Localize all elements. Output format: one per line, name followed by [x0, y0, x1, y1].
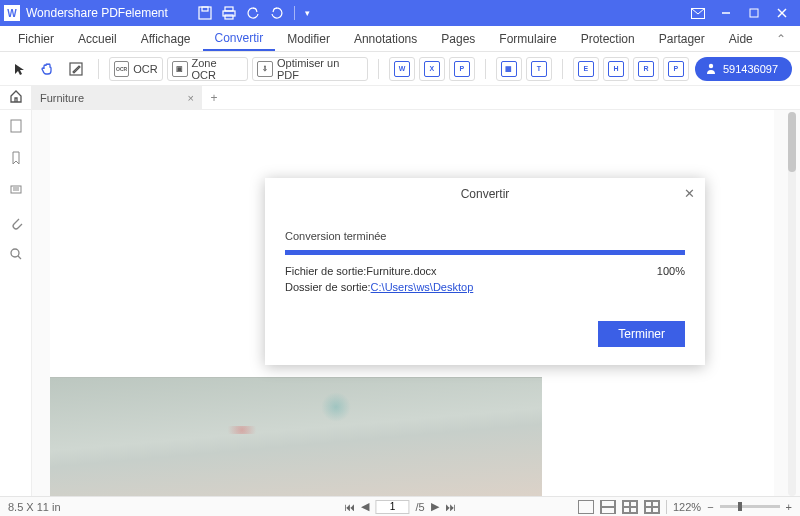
menu-fichier[interactable]: Fichier: [6, 28, 66, 50]
first-page-icon[interactable]: ⏮: [344, 501, 355, 513]
app-title: Wondershare PDFelement: [26, 6, 168, 20]
main-area: Furniture × + Convertir ✕ Conversion ter…: [32, 86, 800, 496]
convert-excel-button[interactable]: X: [419, 57, 445, 81]
undo-icon[interactable]: [246, 6, 260, 20]
svg-rect-2: [225, 7, 233, 11]
page-canvas[interactable]: Convertir ✕ Conversion terminée Fichier …: [50, 110, 774, 496]
maximize-button[interactable]: [740, 3, 768, 23]
bookmarks-icon[interactable]: [0, 142, 31, 174]
convert-rtf-button[interactable]: R: [633, 57, 659, 81]
dialog-close-button[interactable]: ✕: [684, 186, 695, 201]
ocr-label: OCR: [133, 63, 157, 75]
menu-affichage[interactable]: Affichage: [129, 28, 203, 50]
close-button[interactable]: [768, 3, 796, 23]
view-grid-icon[interactable]: [644, 500, 660, 514]
zoom-slider[interactable]: [720, 505, 780, 508]
menubar: Fichier Accueil Affichage Convertir Modi…: [0, 26, 800, 52]
svg-rect-1: [202, 7, 208, 11]
minimize-button[interactable]: [712, 3, 740, 23]
svg-line-17: [18, 256, 21, 259]
view-single-icon[interactable]: [578, 500, 594, 514]
menu-pages[interactable]: Pages: [429, 28, 487, 50]
zone-ocr-button[interactable]: ▣Zone OCR: [167, 57, 248, 81]
qat-dropdown-icon[interactable]: ▾: [305, 8, 310, 18]
left-rail: [0, 86, 32, 496]
menu-formulaire[interactable]: Formulaire: [487, 28, 568, 50]
page-number-input[interactable]: [375, 500, 409, 514]
view-two-page-icon[interactable]: [622, 500, 638, 514]
page-navigator: ⏮ ◀ /5 ▶ ⏭: [344, 500, 455, 514]
zoom-value: 122%: [673, 501, 701, 513]
view-continuous-icon[interactable]: [600, 500, 616, 514]
zone-ocr-label: Zone OCR: [192, 57, 244, 81]
page-dimensions: 8.5 X 11 in: [8, 501, 61, 513]
convert-dialog: Convertir ✕ Conversion terminée Fichier …: [265, 178, 705, 365]
optimize-label: Optimiser un PDF: [277, 57, 363, 81]
zoom-out-icon[interactable]: −: [707, 501, 713, 513]
menu-modifier[interactable]: Modifier: [275, 28, 342, 50]
canvas-area: Convertir ✕ Conversion terminée Fichier …: [32, 110, 800, 496]
statusbar: 8.5 X 11 in ⏮ ◀ /5 ▶ ⏭ 122% − +: [0, 496, 800, 516]
vertical-scrollbar[interactable]: [788, 112, 798, 496]
progress-bar: [285, 250, 685, 255]
workspace: Furniture × + Convertir ✕ Conversion ter…: [0, 86, 800, 496]
titlebar: W Wondershare PDFelement ▾: [0, 0, 800, 26]
progress-percent: 100%: [657, 265, 685, 277]
convert-other-button[interactable]: P: [663, 57, 689, 81]
app-logo: W: [4, 5, 20, 21]
home-icon[interactable]: [9, 89, 23, 106]
menu-partager[interactable]: Partager: [647, 28, 717, 50]
new-tab-button[interactable]: +: [202, 86, 226, 109]
conversion-status: Conversion terminée: [285, 230, 685, 242]
select-tool[interactable]: [8, 57, 32, 81]
menu-aide[interactable]: Aide: [717, 28, 765, 50]
ocr-button[interactable]: OCROCR: [109, 57, 163, 81]
prev-page-icon[interactable]: ◀: [361, 500, 369, 513]
user-icon: [705, 62, 717, 76]
menu-annotations[interactable]: Annotations: [342, 28, 429, 50]
edit-tool[interactable]: [64, 57, 88, 81]
output-folder-link[interactable]: C:\Users\ws\Desktop: [371, 281, 474, 293]
dialog-title: Convertir: [461, 187, 510, 201]
print-icon[interactable]: [222, 6, 236, 20]
ribbon-toolbar: OCROCR ▣Zone OCR ⇩Optimiser un PDF W X P…: [0, 52, 800, 86]
document-tab[interactable]: Furniture ×: [32, 86, 202, 109]
menu-protection[interactable]: Protection: [569, 28, 647, 50]
search-rail-icon[interactable]: [0, 238, 31, 270]
quick-access-toolbar: ▾: [198, 6, 310, 20]
redo-icon[interactable]: [270, 6, 284, 20]
optimize-pdf-button[interactable]: ⇩Optimiser un PDF: [252, 57, 368, 81]
svg-rect-12: [11, 120, 21, 132]
close-tab-icon[interactable]: ×: [188, 92, 194, 104]
page-total: 5: [418, 501, 424, 513]
convert-word-button[interactable]: W: [389, 57, 415, 81]
convert-text-button[interactable]: T: [526, 57, 552, 81]
zoom-in-icon[interactable]: +: [786, 501, 792, 513]
next-page-icon[interactable]: ▶: [431, 500, 439, 513]
convert-image-button[interactable]: ▦: [496, 57, 522, 81]
output-file-value: Furniture.docx: [366, 265, 436, 277]
user-account-button[interactable]: 591436097: [695, 57, 792, 81]
svg-point-16: [11, 249, 19, 257]
thumbnails-icon[interactable]: [0, 110, 31, 142]
last-page-icon[interactable]: ⏭: [445, 501, 456, 513]
finish-button[interactable]: Terminer: [598, 321, 685, 347]
convert-epub-button[interactable]: E: [573, 57, 599, 81]
output-file-label: Fichier de sortie:: [285, 265, 366, 277]
convert-ppt-button[interactable]: P: [449, 57, 475, 81]
pan-tool[interactable]: [36, 57, 60, 81]
collapse-ribbon-icon[interactable]: ⌃: [768, 28, 794, 50]
attachments-icon[interactable]: [0, 206, 31, 238]
document-tab-label: Furniture: [40, 92, 84, 104]
svg-rect-0: [199, 7, 211, 19]
mail-icon[interactable]: [684, 3, 712, 23]
svg-point-11: [709, 63, 713, 67]
document-tabbar: Furniture × +: [32, 86, 800, 110]
save-icon[interactable]: [198, 6, 212, 20]
comments-icon[interactable]: [0, 174, 31, 206]
svg-rect-7: [750, 9, 758, 17]
menu-accueil[interactable]: Accueil: [66, 28, 129, 50]
convert-html-button[interactable]: H: [603, 57, 629, 81]
user-id-label: 591436097: [723, 63, 778, 75]
menu-convertir[interactable]: Convertir: [203, 27, 276, 51]
